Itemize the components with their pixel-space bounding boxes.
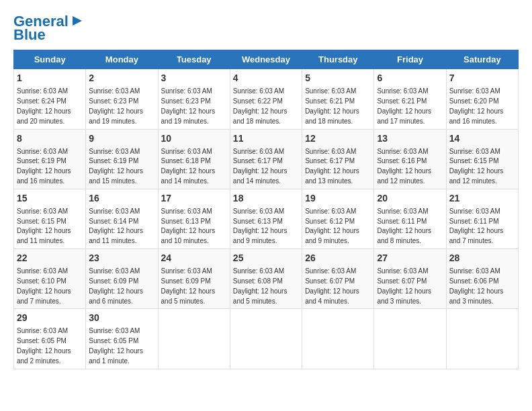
day-info: Sunrise: 6:03 AMSunset: 6:12 PMDaylight:… bbox=[305, 208, 359, 245]
day-number: 28 bbox=[449, 252, 515, 265]
calendar-cell: 30Sunrise: 6:03 AMSunset: 6:05 PMDayligh… bbox=[86, 309, 158, 369]
day-info: Sunrise: 6:03 AMSunset: 6:20 PMDaylight:… bbox=[449, 87, 504, 125]
calendar-cell: 29Sunrise: 6:03 AMSunset: 6:05 PMDayligh… bbox=[14, 309, 86, 369]
day-info: Sunrise: 6:03 AMSunset: 6:05 PMDaylight:… bbox=[89, 327, 143, 365]
calendar-cell: 22Sunrise: 6:03 AMSunset: 6:10 PMDayligh… bbox=[14, 249, 86, 309]
day-number: 2 bbox=[89, 72, 154, 85]
logo-text-blue: Blue bbox=[13, 27, 46, 43]
col-header-wednesday: Wednesday bbox=[230, 50, 302, 69]
day-info: Sunrise: 6:03 AMSunset: 6:16 PMDaylight:… bbox=[377, 148, 431, 185]
col-header-friday: Friday bbox=[374, 50, 446, 69]
day-number: 8 bbox=[17, 132, 83, 145]
day-info: Sunrise: 6:03 AMSunset: 6:05 PMDaylight:… bbox=[17, 327, 71, 365]
calendar-cell: 15Sunrise: 6:03 AMSunset: 6:15 PMDayligh… bbox=[14, 189, 86, 248]
day-number: 10 bbox=[161, 132, 227, 145]
calendar-cell: 21Sunrise: 6:03 AMSunset: 6:11 PMDayligh… bbox=[446, 189, 518, 248]
day-info: Sunrise: 6:03 AMSunset: 6:11 PMDaylight:… bbox=[449, 208, 504, 245]
day-number: 21 bbox=[449, 192, 515, 205]
day-number: 14 bbox=[449, 132, 515, 145]
day-info: Sunrise: 6:03 AMSunset: 6:21 PMDaylight:… bbox=[305, 87, 359, 125]
calendar-cell: 10Sunrise: 6:03 AMSunset: 6:18 PMDayligh… bbox=[158, 129, 230, 189]
calendar-week-row: 8Sunrise: 6:03 AMSunset: 6:19 PMDaylight… bbox=[14, 129, 519, 189]
calendar-cell bbox=[230, 309, 302, 369]
day-info: Sunrise: 6:03 AMSunset: 6:11 PMDaylight:… bbox=[377, 208, 431, 245]
day-info: Sunrise: 6:03 AMSunset: 6:17 PMDaylight:… bbox=[305, 148, 359, 185]
calendar-cell: 2Sunrise: 6:03 AMSunset: 6:23 PMDaylight… bbox=[86, 69, 158, 129]
col-header-saturday: Saturday bbox=[446, 50, 518, 69]
day-info: Sunrise: 6:03 AMSunset: 6:23 PMDaylight:… bbox=[89, 87, 143, 125]
day-info: Sunrise: 6:03 AMSunset: 6:09 PMDaylight:… bbox=[89, 267, 143, 305]
calendar-cell: 20Sunrise: 6:03 AMSunset: 6:11 PMDayligh… bbox=[374, 189, 446, 248]
calendar-week-row: 15Sunrise: 6:03 AMSunset: 6:15 PMDayligh… bbox=[14, 189, 519, 248]
day-info: Sunrise: 6:03 AMSunset: 6:13 PMDaylight:… bbox=[233, 208, 287, 245]
calendar-cell: 16Sunrise: 6:03 AMSunset: 6:14 PMDayligh… bbox=[86, 189, 158, 248]
col-header-tuesday: Tuesday bbox=[158, 50, 230, 69]
day-number: 7 bbox=[449, 72, 515, 85]
calendar-cell: 6Sunrise: 6:03 AMSunset: 6:21 PMDaylight… bbox=[374, 69, 446, 129]
calendar-header-row: SundayMondayTuesdayWednesdayThursdayFrid… bbox=[14, 50, 519, 69]
calendar-cell: 13Sunrise: 6:03 AMSunset: 6:16 PMDayligh… bbox=[374, 129, 446, 189]
col-header-sunday: Sunday bbox=[14, 50, 86, 69]
day-number: 1 bbox=[17, 72, 83, 85]
day-info: Sunrise: 6:03 AMSunset: 6:24 PMDaylight:… bbox=[17, 87, 71, 125]
logo: General Blue bbox=[13, 13, 85, 43]
calendar-cell bbox=[374, 309, 446, 369]
day-number: 24 bbox=[161, 252, 227, 265]
calendar-cell: 4Sunrise: 6:03 AMSunset: 6:22 PMDaylight… bbox=[230, 69, 302, 129]
day-info: Sunrise: 6:03 AMSunset: 6:17 PMDaylight:… bbox=[233, 148, 287, 185]
day-number: 23 bbox=[89, 252, 154, 265]
day-number: 16 bbox=[89, 192, 154, 205]
day-info: Sunrise: 6:03 AMSunset: 6:15 PMDaylight:… bbox=[449, 148, 504, 185]
day-number: 19 bbox=[305, 192, 371, 205]
day-number: 20 bbox=[377, 192, 443, 205]
calendar-week-row: 22Sunrise: 6:03 AMSunset: 6:10 PMDayligh… bbox=[14, 249, 519, 309]
day-number: 3 bbox=[161, 72, 227, 85]
calendar-cell: 11Sunrise: 6:03 AMSunset: 6:17 PMDayligh… bbox=[230, 129, 302, 189]
page-header: General Blue bbox=[13, 13, 519, 43]
day-info: Sunrise: 6:03 AMSunset: 6:19 PMDaylight:… bbox=[89, 148, 143, 185]
logo-arrow-icon bbox=[70, 13, 85, 28]
day-info: Sunrise: 6:03 AMSunset: 6:13 PMDaylight:… bbox=[161, 208, 216, 245]
day-number: 30 bbox=[89, 312, 154, 324]
day-info: Sunrise: 6:03 AMSunset: 6:09 PMDaylight:… bbox=[161, 267, 216, 305]
calendar-cell: 8Sunrise: 6:03 AMSunset: 6:19 PMDaylight… bbox=[14, 129, 86, 189]
calendar-cell: 7Sunrise: 6:03 AMSunset: 6:20 PMDaylight… bbox=[446, 69, 518, 129]
calendar-cell: 9Sunrise: 6:03 AMSunset: 6:19 PMDaylight… bbox=[86, 129, 158, 189]
calendar-cell bbox=[302, 309, 374, 369]
day-number: 5 bbox=[305, 72, 371, 85]
svg-marker-0 bbox=[73, 16, 82, 26]
day-info: Sunrise: 6:03 AMSunset: 6:07 PMDaylight:… bbox=[377, 267, 431, 305]
col-header-thursday: Thursday bbox=[302, 50, 374, 69]
day-number: 27 bbox=[377, 252, 443, 265]
day-number: 26 bbox=[305, 252, 371, 265]
day-info: Sunrise: 6:03 AMSunset: 6:18 PMDaylight:… bbox=[161, 148, 216, 185]
day-number: 13 bbox=[377, 132, 443, 145]
day-info: Sunrise: 6:03 AMSunset: 6:06 PMDaylight:… bbox=[449, 267, 504, 305]
day-info: Sunrise: 6:03 AMSunset: 6:08 PMDaylight:… bbox=[233, 267, 287, 305]
day-number: 12 bbox=[305, 132, 371, 145]
calendar-cell: 23Sunrise: 6:03 AMSunset: 6:09 PMDayligh… bbox=[86, 249, 158, 309]
calendar-cell: 18Sunrise: 6:03 AMSunset: 6:13 PMDayligh… bbox=[230, 189, 302, 248]
calendar-cell: 3Sunrise: 6:03 AMSunset: 6:23 PMDaylight… bbox=[158, 69, 230, 129]
calendar-cell: 25Sunrise: 6:03 AMSunset: 6:08 PMDayligh… bbox=[230, 249, 302, 309]
calendar-cell bbox=[446, 309, 518, 369]
calendar-cell bbox=[158, 309, 230, 369]
day-number: 11 bbox=[233, 132, 299, 145]
day-number: 9 bbox=[89, 132, 154, 145]
calendar-week-row: 1Sunrise: 6:03 AMSunset: 6:24 PMDaylight… bbox=[14, 69, 519, 129]
day-info: Sunrise: 6:03 AMSunset: 6:23 PMDaylight:… bbox=[161, 87, 216, 125]
day-info: Sunrise: 6:03 AMSunset: 6:07 PMDaylight:… bbox=[305, 267, 359, 305]
calendar-cell: 28Sunrise: 6:03 AMSunset: 6:06 PMDayligh… bbox=[446, 249, 518, 309]
day-info: Sunrise: 6:03 AMSunset: 6:10 PMDaylight:… bbox=[17, 267, 71, 305]
day-number: 15 bbox=[17, 192, 83, 205]
day-number: 22 bbox=[17, 252, 83, 265]
calendar-cell: 14Sunrise: 6:03 AMSunset: 6:15 PMDayligh… bbox=[446, 129, 518, 189]
calendar-week-row: 29Sunrise: 6:03 AMSunset: 6:05 PMDayligh… bbox=[14, 309, 519, 369]
day-number: 25 bbox=[233, 252, 299, 265]
col-header-monday: Monday bbox=[86, 50, 158, 69]
day-info: Sunrise: 6:03 AMSunset: 6:22 PMDaylight:… bbox=[233, 87, 287, 125]
day-info: Sunrise: 6:03 AMSunset: 6:14 PMDaylight:… bbox=[89, 208, 143, 245]
day-number: 6 bbox=[377, 72, 443, 85]
calendar-cell: 17Sunrise: 6:03 AMSunset: 6:13 PMDayligh… bbox=[158, 189, 230, 248]
day-number: 17 bbox=[161, 192, 227, 205]
